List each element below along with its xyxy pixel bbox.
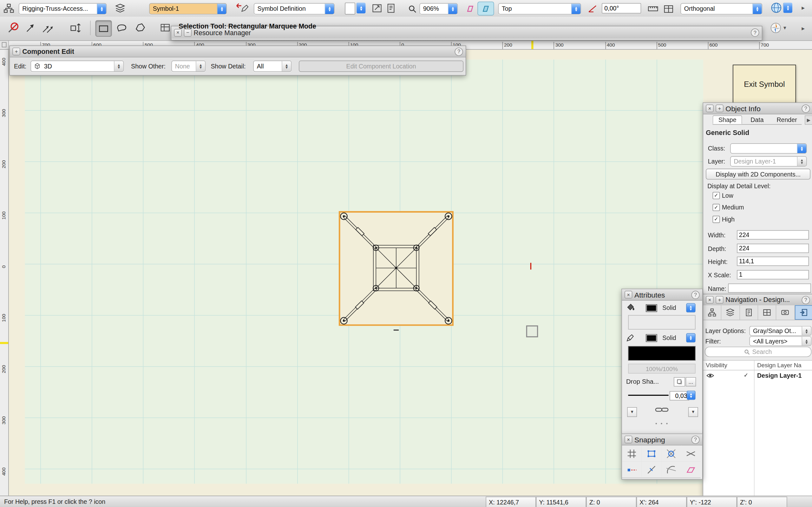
x-scale-input[interactable] — [737, 270, 809, 279]
checkbox-high[interactable]: ✓ — [713, 216, 720, 223]
close-icon[interactable]: × — [624, 436, 632, 443]
snap-smart-point-button[interactable] — [622, 461, 642, 478]
help-icon[interactable]: ? — [751, 29, 759, 37]
link-attributes-icon[interactable] — [655, 406, 668, 415]
active-plane-button[interactable] — [477, 2, 494, 15]
column-name[interactable]: Design Layer Na — [757, 362, 802, 369]
nav-classes-button[interactable] — [703, 305, 722, 320]
layer-options-dropdown[interactable]: Gray/Snap Ot... ▲▼ — [749, 326, 811, 336]
layer-name[interactable]: Design Layer-1 — [757, 372, 802, 379]
height-input[interactable] — [737, 257, 809, 266]
help-icon[interactable]: ? — [455, 47, 463, 55]
zoom-dropdown[interactable]: 906% ▲▼ — [419, 3, 458, 14]
snap-planar-button[interactable] — [681, 461, 701, 478]
tab-render[interactable]: Render — [772, 115, 802, 124]
working-plane-icon[interactable] — [465, 3, 475, 15]
ruler-toggle-icon[interactable] — [647, 3, 659, 15]
width-input[interactable] — [737, 230, 809, 239]
nav-design-layers-button[interactable] — [722, 305, 740, 320]
selection-tool-button[interactable] — [5, 20, 20, 36]
checkbox-low[interactable]: ✓ — [713, 192, 720, 199]
snap-intersection-button[interactable] — [661, 446, 681, 462]
snap-grid-button[interactable] — [622, 446, 642, 462]
fill-class-dropdown[interactable]: ▼ — [627, 407, 637, 417]
help-icon[interactable]: ? — [802, 104, 810, 112]
tab-shape[interactable]: Shape — [713, 115, 743, 124]
pen-class-dropdown[interactable]: ▼ — [688, 407, 698, 417]
pen-style-dropdown[interactable]: ▲▼ — [686, 333, 695, 342]
drop-shadow-toggle[interactable] — [674, 377, 685, 386]
tab-overflow-button[interactable]: ▶ — [805, 115, 812, 124]
toolbar2-overflow-chevron[interactable]: ▸ — [802, 25, 805, 32]
pan-tool-button[interactable] — [23, 20, 38, 36]
column-visibility[interactable]: Visibility — [706, 362, 727, 369]
drop-shadow-more-button[interactable]: ... — [686, 377, 696, 386]
interactive-scaling-button[interactable] — [67, 20, 86, 36]
nav-saved-views-button[interactable] — [776, 305, 795, 320]
edit-symbol-icon[interactable] — [234, 2, 250, 14]
rotation-icon[interactable] — [586, 3, 599, 15]
show-detail-dropdown[interactable]: All ▲▼ — [253, 60, 292, 72]
panes-icon[interactable] — [663, 3, 674, 15]
expand-icon[interactable]: + — [716, 296, 723, 303]
constraints-compass-button[interactable]: ▼ — [769, 20, 787, 36]
layer-dropdown[interactable]: Design Layer-1 ▲▼ — [730, 156, 807, 167]
nav-viewports-button[interactable] — [758, 305, 776, 320]
line-weight-stepper[interactable]: ▲▼ — [687, 391, 696, 400]
pen-color-swatch[interactable] — [646, 334, 657, 342]
class-dropdown[interactable]: ▲▼ — [730, 143, 807, 154]
polygon-marquee-mode-button[interactable] — [133, 20, 148, 36]
help-icon[interactable]: ? — [692, 291, 700, 299]
nav-references-button[interactable] — [795, 305, 812, 320]
toolset-icon[interactable] — [2, 2, 15, 14]
layer-row[interactable]: ✓ Design Layer-1 — [703, 371, 812, 381]
name-input[interactable] — [728, 284, 811, 293]
toolbar-overflow-chevron[interactable]: ▸ — [802, 4, 805, 11]
projection-dropdown[interactable]: Orthogonal ▲▼ — [680, 3, 762, 14]
expand-icon[interactable]: + — [12, 48, 20, 55]
display-with-2d-components-button[interactable]: Display with 2D Components... — [706, 169, 810, 179]
pen-preview-box[interactable] — [628, 346, 695, 360]
snap-object-button[interactable] — [642, 446, 662, 462]
rotation-input[interactable] — [602, 3, 641, 14]
search-input[interactable]: Search — [705, 347, 811, 357]
fill-preview-box[interactable] — [628, 315, 695, 330]
line-weight-input[interactable] — [670, 391, 689, 400]
checkbox-medium[interactable]: ✓ — [713, 204, 720, 211]
close-icon[interactable]: × — [706, 105, 713, 112]
edit-component-location-button[interactable]: Edit Component Location — [299, 60, 463, 72]
page-setup-dropdown[interactable]: ▲▼ — [345, 3, 365, 13]
show-other-dropdown[interactable]: None ▲▼ — [171, 60, 206, 72]
opacity-field[interactable]: 100%/100% — [628, 364, 695, 374]
fit-objects-icon[interactable] — [371, 2, 383, 14]
toolset-dropdown[interactable]: Rigging-Truss-Access... ▲▼ — [19, 3, 107, 14]
symbol-dropdown[interactable]: Symbol-1 ▲▼ — [149, 3, 227, 14]
filter-dropdown[interactable]: <All Layers> ▲▼ — [749, 336, 811, 346]
exit-symbol-button[interactable]: Exit Symbol — [733, 65, 796, 103]
truss-symbol-drawing[interactable] — [339, 211, 454, 326]
layers-icon[interactable] — [114, 2, 126, 14]
help-icon[interactable]: ? — [802, 296, 810, 304]
close-icon[interactable]: × — [624, 291, 632, 298]
editmode-dropdown[interactable]: Symbol Definition ▲▼ — [254, 3, 335, 14]
fill-style-dropdown[interactable]: ▲▼ — [686, 303, 695, 313]
oval-marquee-mode-button[interactable] — [114, 20, 130, 36]
tab-data[interactable]: Data — [742, 115, 772, 124]
flyover-tool-button[interactable] — [40, 20, 56, 36]
snap-tangent-button[interactable] — [661, 461, 681, 478]
snap-smart-edge-button[interactable] — [642, 461, 662, 478]
layer-active-check[interactable]: ✓ — [744, 372, 748, 379]
close-icon[interactable]: × — [706, 296, 713, 303]
rectangular-marquee-mode-button[interactable] — [95, 20, 112, 37]
fit-page-icon[interactable] — [386, 2, 398, 14]
expand-icon[interactable]: + — [716, 105, 723, 112]
snap-angle-button[interactable] — [681, 446, 701, 462]
eye-icon[interactable] — [706, 373, 714, 378]
view-dropdown[interactable]: Top ▲▼ — [498, 3, 581, 14]
zoom-icon[interactable] — [407, 3, 417, 15]
fill-color-swatch[interactable] — [646, 304, 657, 312]
nav-sheet-layers-button[interactable] — [740, 305, 758, 320]
help-icon[interactable]: ? — [692, 435, 700, 444]
edit-component-dropdown[interactable]: 3D ▲▼ — [31, 60, 124, 72]
render-dropdown[interactable]: ▲▼ — [770, 2, 792, 14]
